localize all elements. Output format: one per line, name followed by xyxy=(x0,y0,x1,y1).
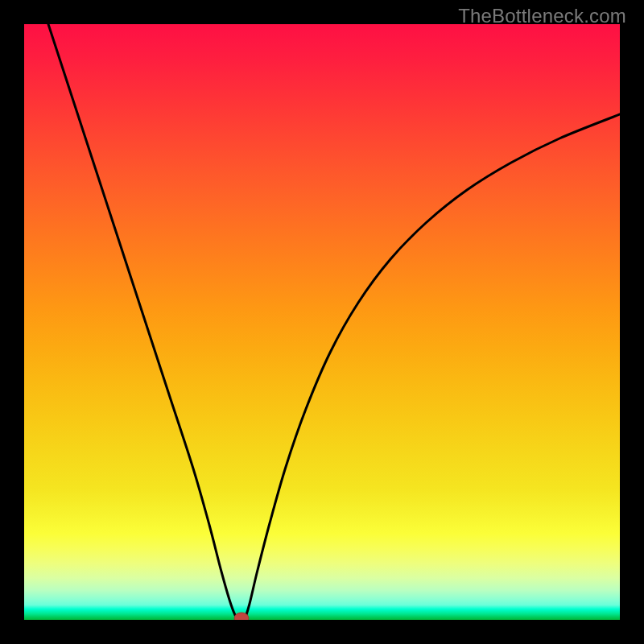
chart-frame: TheBottleneck.com xyxy=(0,0,644,644)
plot-area xyxy=(24,24,620,620)
curve-svg xyxy=(24,24,620,620)
bottleneck-curve xyxy=(48,24,620,620)
